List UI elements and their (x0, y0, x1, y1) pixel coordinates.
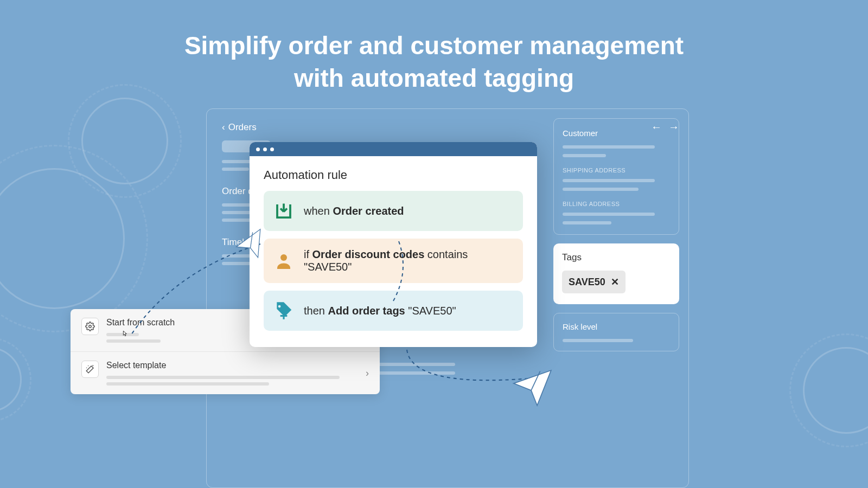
cursor-pointer-icon (120, 330, 129, 341)
placeholder (563, 213, 655, 216)
magic-wand-icon (81, 361, 99, 378)
gear-decoration (0, 168, 125, 309)
arrow-right-icon[interactable]: → (668, 121, 679, 133)
chevron-right-icon: › (366, 368, 369, 379)
risk-card: Risk level (553, 313, 679, 351)
rule-then-card[interactable]: then Add order tags "SAVE50" (264, 291, 523, 331)
picker-template-label: Select template (106, 361, 358, 370)
placeholder (106, 339, 161, 343)
back-label: Orders (228, 122, 257, 133)
hero-title: Simplify order and customer management w… (0, 0, 868, 95)
automation-rule-window: Automation rule when Order created if Or… (250, 142, 537, 347)
svg-point-0 (89, 325, 92, 328)
risk-title: Risk level (563, 322, 670, 331)
placeholder (222, 168, 249, 171)
tag-chip[interactable]: SAVE50 ✕ (562, 271, 626, 293)
window-dot (263, 147, 267, 151)
rule-when-card[interactable]: when Order created (264, 191, 523, 231)
automation-title: Automation rule (264, 168, 523, 182)
placeholder (563, 154, 606, 157)
chevron-left-icon: ‹ (222, 122, 225, 133)
hero-line-1: Simplify order and customer management (0, 30, 868, 62)
customer-card: Customer SHIPPING ADDRESS BILLING ADDRES… (553, 118, 679, 235)
tags-card: Tags SAVE50 ✕ (553, 243, 679, 304)
gear-icon (81, 318, 99, 335)
tag-value: SAVE50 (569, 277, 605, 288)
gear-decoration (803, 347, 868, 434)
placeholder (563, 339, 633, 342)
window-dot (270, 147, 274, 151)
billing-label: BILLING ADDRESS (563, 201, 670, 207)
rule-if-card[interactable]: if Order discount codes contains "SAVE50… (264, 239, 523, 283)
placeholder (106, 376, 340, 379)
right-column: ← → Customer SHIPPING ADDRESS BILLING AD… (553, 118, 679, 351)
pager-arrows: ← → (651, 121, 679, 133)
gear-decoration (0, 347, 22, 412)
rule-when-text: when Order created (304, 205, 404, 217)
svg-point-2 (278, 305, 281, 308)
paper-plane-icon (230, 224, 269, 263)
placeholder (106, 382, 269, 386)
rule-if-text: if Order discount codes contains "SAVE50… (304, 248, 513, 273)
shipping-label: SHIPPING ADDRESS (563, 167, 670, 174)
rule-then-text: then Add order tags "SAVE50" (304, 305, 456, 317)
arrow-left-icon[interactable]: ← (651, 121, 662, 133)
placeholder (563, 188, 639, 191)
user-icon (273, 251, 294, 271)
close-icon[interactable]: ✕ (611, 276, 619, 288)
download-icon (273, 201, 294, 221)
placeholder (563, 221, 611, 224)
picker-select-template[interactable]: Select template › (71, 352, 380, 394)
tag-plus-icon (273, 300, 294, 321)
placeholder (563, 179, 655, 182)
paper-plane-icon (508, 362, 556, 409)
window-dot (256, 147, 260, 151)
svg-rect-4 (280, 315, 288, 317)
placeholder (563, 145, 655, 149)
window-titlebar (250, 142, 537, 156)
svg-point-1 (280, 254, 287, 261)
tags-title: Tags (562, 252, 671, 263)
